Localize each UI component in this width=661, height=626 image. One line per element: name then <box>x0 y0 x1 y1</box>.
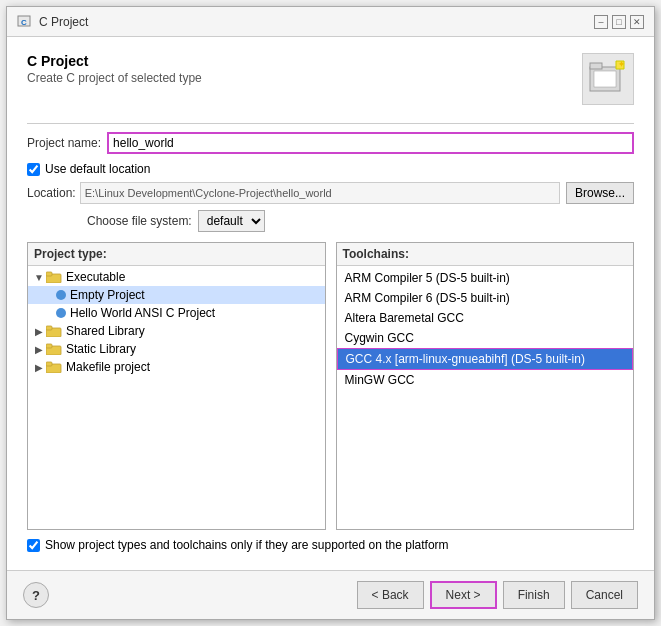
toolchains-header: Toolchains: <box>337 243 634 266</box>
svg-rect-12 <box>46 344 52 348</box>
cancel-button[interactable]: Cancel <box>571 581 638 609</box>
use-default-location-label: Use default location <box>45 162 150 176</box>
use-default-location-checkbox[interactable] <box>27 163 40 176</box>
browse-button[interactable]: Browse... <box>566 182 634 204</box>
location-row: Location: Browse... <box>27 182 634 204</box>
toolchain-arm5[interactable]: ARM Compiler 5 (DS-5 built-in) <box>337 268 634 288</box>
hello-world-label: Hello World ANSI C Project <box>70 306 215 320</box>
tree-item-static-library[interactable]: ▶ Static Library <box>28 340 325 358</box>
use-default-location-row: Use default location <box>27 162 634 176</box>
executable-label: Executable <box>66 270 125 284</box>
filesystem-select[interactable]: default <box>198 210 265 232</box>
toolchain-mingw[interactable]: MinGW GCC <box>337 370 634 390</box>
panels-row: Project type: ▼ Executable Empt <box>27 242 634 530</box>
show-supported-checkbox[interactable] <box>27 539 40 552</box>
toolchain-arm6[interactable]: ARM Compiler 6 (DS-5 built-in) <box>337 288 634 308</box>
toolchain-altera[interactable]: Altera Baremetal GCC <box>337 308 634 328</box>
header-separator <box>27 123 634 124</box>
title-bar: C C Project – □ ✕ <box>7 7 654 37</box>
toolchains-panel: Toolchains: ARM Compiler 5 (DS-5 built-i… <box>336 242 635 530</box>
bullet-empty-project <box>56 290 66 300</box>
tree-arrow-shared-library: ▶ <box>32 326 46 337</box>
action-buttons: < Back Next > Finish Cancel <box>357 581 638 609</box>
title-bar-left: C C Project <box>17 14 88 30</box>
tree-item-empty-project[interactable]: Empty Project <box>28 286 325 304</box>
filesystem-row: Choose file system: default <box>27 210 634 232</box>
project-type-header: Project type: <box>28 243 325 266</box>
tree-arrow-makefile: ▶ <box>32 362 46 373</box>
svg-rect-8 <box>46 272 52 276</box>
tree-item-shared-library[interactable]: ▶ Shared Library <box>28 322 325 340</box>
dialog-window: C C Project – □ ✕ C Project Create C pro… <box>6 6 655 620</box>
tree-arrow-executable: ▼ <box>32 272 46 283</box>
filesystem-label: Choose file system: <box>87 214 192 228</box>
dialog-header-text: C Project Create C project of selected t… <box>27 53 202 85</box>
wizard-icon: ✦ <box>582 53 634 105</box>
makefile-label: Makefile project <box>66 360 150 374</box>
back-button[interactable]: < Back <box>357 581 424 609</box>
dialog-body: C Project Create C project of selected t… <box>7 37 654 570</box>
dialog-subtitle: Create C project of selected type <box>27 71 202 85</box>
button-bar: ? < Back Next > Finish Cancel <box>7 570 654 619</box>
project-type-list: ▼ Executable Empty Project <box>28 266 325 529</box>
svg-text:✦: ✦ <box>618 60 625 69</box>
maximize-button[interactable]: □ <box>612 15 626 29</box>
tree-item-hello-world[interactable]: Hello World ANSI C Project <box>28 304 325 322</box>
c-project-icon: C <box>17 14 33 30</box>
toolchain-cygwin[interactable]: Cygwin GCC <box>337 328 634 348</box>
project-name-label: Project name: <box>27 136 101 150</box>
project-name-row: Project name: <box>27 132 634 154</box>
svg-rect-4 <box>594 71 616 87</box>
svg-rect-10 <box>46 326 52 330</box>
show-supported-row: Show project types and toolchains only i… <box>27 538 634 552</box>
folder-icon-static-library <box>46 343 62 355</box>
dialog-title: C Project <box>27 53 202 69</box>
dialog-header: C Project Create C project of selected t… <box>27 53 634 105</box>
show-supported-label: Show project types and toolchains only i… <box>45 538 449 552</box>
empty-project-label: Empty Project <box>70 288 145 302</box>
svg-rect-3 <box>590 63 602 69</box>
tree-arrow-static-library: ▶ <box>32 344 46 355</box>
tree-item-executable[interactable]: ▼ Executable <box>28 268 325 286</box>
static-library-label: Static Library <box>66 342 136 356</box>
bullet-hello-world <box>56 308 66 318</box>
toolchain-gcc4[interactable]: GCC 4.x [arm-linux-gnueabihf] (DS-5 buil… <box>337 348 634 370</box>
svg-text:C: C <box>21 18 27 27</box>
wizard-icon-svg: ✦ <box>588 59 628 99</box>
tree-item-makefile[interactable]: ▶ Makefile project <box>28 358 325 376</box>
title-bar-text: C Project <box>39 15 88 29</box>
shared-library-label: Shared Library <box>66 324 145 338</box>
folder-icon-shared-library <box>46 325 62 337</box>
project-type-panel: Project type: ▼ Executable Empt <box>27 242 326 530</box>
location-input[interactable] <box>80 182 560 204</box>
folder-icon-executable <box>46 271 62 283</box>
close-button[interactable]: ✕ <box>630 15 644 29</box>
next-button[interactable]: Next > <box>430 581 497 609</box>
folder-icon-makefile <box>46 361 62 373</box>
project-name-input[interactable] <box>107 132 634 154</box>
finish-button[interactable]: Finish <box>503 581 565 609</box>
toolchains-list: ARM Compiler 5 (DS-5 built-in) ARM Compi… <box>337 266 634 529</box>
location-label: Location: <box>27 186 76 200</box>
minimize-button[interactable]: – <box>594 15 608 29</box>
help-button[interactable]: ? <box>23 582 49 608</box>
svg-rect-14 <box>46 362 52 366</box>
title-bar-controls: – □ ✕ <box>594 15 644 29</box>
